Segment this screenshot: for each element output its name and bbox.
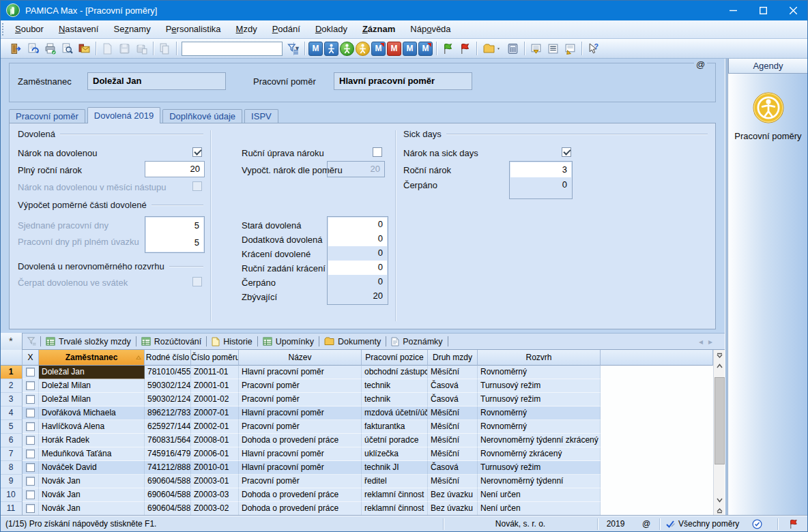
cell-birth-number[interactable]: 690604/5883	[145, 475, 191, 488]
cell-schedule[interactable]: Rovnoměrný zkrácený	[478, 447, 601, 461]
search-combobox[interactable]: ▼	[182, 42, 283, 56]
cell-employee[interactable]: Meduňková Taťána	[39, 447, 145, 461]
cell-wage-type[interactable]: Měsíční	[428, 475, 478, 488]
cell-schedule[interactable]: Rovnoměrný	[478, 366, 601, 379]
detail-tab-5[interactable]: Poznámky	[386, 333, 447, 350]
cell-relation-number[interactable]: Z0011-01	[191, 366, 239, 379]
row-number[interactable]: 4	[0, 407, 23, 420]
cell-birth-number[interactable]: 590302/1245	[145, 379, 191, 393]
menu-mzdy[interactable]: Mzdy	[229, 20, 265, 38]
row-select-cell[interactable]	[23, 502, 39, 516]
context-help-icon[interactable]: ?	[586, 41, 601, 57]
cell-employee[interactable]: Doležal Milan	[39, 379, 145, 393]
row-checkbox[interactable]	[26, 504, 35, 513]
scroll-down-icon[interactable]	[715, 495, 725, 505]
cell-birth-number[interactable]: 690604/5883	[145, 502, 191, 516]
cell-schedule[interactable]: Rovnoměrný	[478, 420, 601, 434]
menu-zaznam[interactable]: Záznam	[355, 20, 403, 38]
table-row[interactable]: 6Horák Radek760831/5641Z0008-01Dohoda o …	[0, 434, 713, 447]
tab-3[interactable]: ISPV	[244, 109, 278, 123]
cell-relation-number[interactable]: Z0001-02	[191, 393, 239, 407]
cell-relation-number[interactable]: Z0002-01	[191, 420, 239, 434]
menu-soubor[interactable]: Soubor	[8, 20, 51, 38]
documents-folder-icon[interactable]	[480, 41, 504, 57]
cell-title[interactable]: Dohoda o provedení práce	[239, 434, 362, 447]
cell-position[interactable]: reklamní činnost	[362, 502, 428, 516]
cell-employee[interactable]: Doležal Jan	[39, 366, 145, 379]
cell-relation-number[interactable]: Z0010-01	[191, 461, 239, 475]
detail-tab-4[interactable]: Dokumenty	[319, 333, 386, 350]
cell-title[interactable]: Hlavní pracovní poměr	[239, 366, 362, 379]
row-select-cell[interactable]	[23, 434, 39, 447]
menu-personalistika[interactable]: Personalistika	[158, 20, 229, 38]
full-year-input[interactable]: 20	[145, 161, 205, 177]
sickdays-entitlement-checkbox[interactable]	[562, 147, 571, 157]
row-select-cell[interactable]	[23, 379, 39, 393]
personnel-person-icon[interactable]	[324, 42, 338, 56]
table-row[interactable]: 8Nováček David741212/8889Z0010-01Hlavní …	[0, 461, 713, 475]
scrollbar-thumb[interactable]	[715, 377, 725, 464]
row-select-cell[interactable]	[23, 420, 39, 434]
cell-position[interactable]: reklamní činnost	[362, 488, 428, 502]
col-header-rownum[interactable]	[0, 350, 23, 366]
table-row[interactable]: 4Dvořáková Michaela896212/7834Z0007-01Hl…	[0, 407, 713, 420]
search-input[interactable]	[182, 42, 293, 55]
cell-schedule[interactable]: Není určen	[478, 502, 601, 516]
full-time-days-input[interactable]: 5	[146, 235, 203, 252]
detail-tab-3[interactable]: Upomínky	[258, 333, 319, 350]
cell-position[interactable]: technik	[362, 393, 428, 407]
cell-title[interactable]: Hlavní pracovní poměr	[239, 407, 362, 420]
row-number[interactable]: 2	[0, 379, 23, 393]
cell-title[interactable]: Pracovní poměr	[239, 379, 362, 393]
cell-title[interactable]: Hlavní pracovní poměr	[239, 447, 362, 461]
cell-wage-type[interactable]: Bez úvazku	[428, 488, 478, 502]
exit-agenda-icon[interactable]	[8, 41, 24, 57]
cell-title[interactable]: Hlavní pracovní poměr	[239, 461, 362, 475]
minimize-button[interactable]	[718, 0, 748, 20]
cell-relation-number[interactable]: Z0008-01	[191, 434, 239, 447]
menu-podani[interactable]: Podání	[265, 20, 308, 38]
maximize-button[interactable]	[748, 0, 778, 20]
calculator-icon[interactable]	[505, 41, 521, 57]
cell-wage-type[interactable]: Časová	[428, 461, 478, 475]
cell-relation-number[interactable]: Z0003-01	[191, 475, 239, 488]
cell-title[interactable]: Dohoda o provedení práce	[239, 502, 362, 516]
cell-schedule[interactable]: Nerovnoměrný týdenní zkrácený	[478, 434, 601, 447]
cell-birth-number[interactable]: 745916/4790	[145, 447, 191, 461]
cell-wage-type[interactable]: Měsíční	[428, 447, 478, 461]
row-select-cell[interactable]	[23, 407, 39, 420]
row-select-cell[interactable]	[23, 475, 39, 488]
table-row[interactable]: 2Doležal Milan590302/1245Z0001-01Pracovn…	[0, 379, 713, 393]
row-select-cell[interactable]	[23, 366, 39, 379]
col-header-Pracovní pozice[interactable]: Pracovní pozice	[362, 350, 428, 366]
relation-field[interactable]: Hlavní pracovní poměr	[334, 72, 472, 90]
row-number[interactable]: 9	[0, 475, 23, 488]
status-flag-icon[interactable]	[778, 519, 808, 529]
cell-schedule[interactable]: Není určen	[478, 488, 601, 502]
manual-adjust-checkbox[interactable]	[373, 147, 382, 157]
row-select-cell[interactable]	[23, 393, 39, 407]
row-checkbox[interactable]	[26, 422, 35, 431]
row-number[interactable]: 1	[0, 366, 23, 379]
new-row-star-button[interactable]: *	[0, 333, 23, 350]
tab-scroll-arrows[interactable]: ◂▸	[699, 337, 725, 346]
status-filter[interactable]: Všechny poměry	[660, 519, 777, 529]
detail-tab-0[interactable]: Trvalé složky mzdy	[41, 333, 136, 350]
cell-position[interactable]: technik JI	[362, 461, 428, 475]
row-number[interactable]: 7	[0, 447, 23, 461]
row-checkbox[interactable]	[26, 368, 35, 376]
cell-birth-number[interactable]: 741212/8889	[145, 461, 191, 475]
scroll-last-icon[interactable]	[715, 505, 725, 515]
cell-position[interactable]: uklízečka	[362, 447, 428, 461]
col-header-Zaměstnanec[interactable]: Zaměstnanec	[39, 350, 145, 366]
payroll-m-marked2-icon[interactable]: M	[418, 42, 433, 56]
close-button[interactable]	[778, 0, 808, 20]
cell-schedule[interactable]: Nerovnoměrný týdenní	[478, 475, 601, 488]
open-agenda-icon[interactable]	[25, 41, 41, 57]
cell-employee[interactable]: Dvořáková Michaela	[39, 407, 145, 420]
cell-title[interactable]: Pracovní poměr	[239, 420, 362, 434]
print-preview-icon[interactable]	[59, 41, 75, 57]
cell-position[interactable]: technik	[362, 379, 428, 393]
cell-relation-number[interactable]: Z0003-03	[191, 488, 239, 502]
cell-birth-number[interactable]: 690604/5883	[145, 488, 191, 502]
